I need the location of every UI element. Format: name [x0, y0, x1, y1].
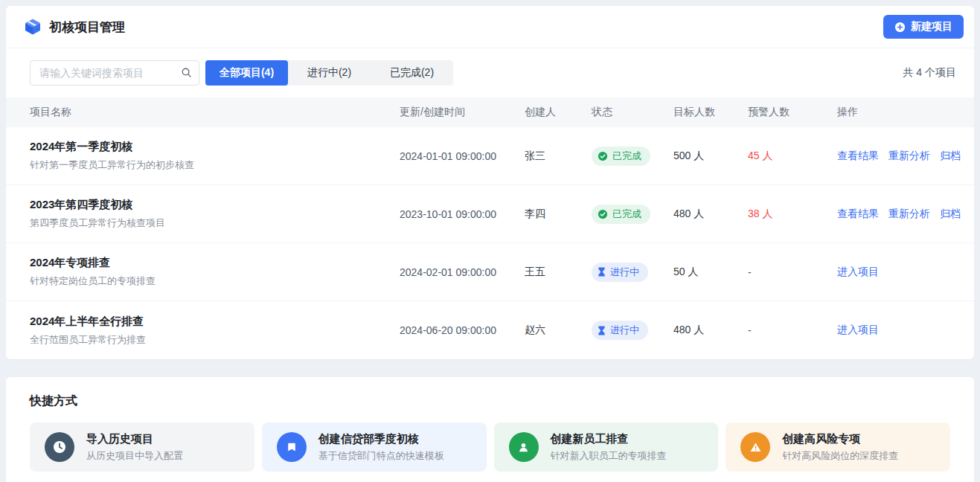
- check-circle-icon: [598, 209, 608, 219]
- search-box: [30, 60, 199, 86]
- shortcuts-title: 快捷方式: [30, 393, 950, 409]
- target-count: 480 人: [673, 208, 748, 221]
- shortcut-create-credit-quarterly[interactable]: 创建信贷部季度初核 基于信贷部门特点的快速模板: [262, 422, 487, 472]
- filter-tabs: 全部项目(4) 进行中(2) 已完成(2): [205, 60, 453, 86]
- shortcut-create-high-risk-special[interactable]: 创建高风险专项 针对高风险岗位的深度排查: [726, 422, 950, 472]
- col-creator: 创建人: [525, 106, 592, 119]
- toolbar: 全部项目(4) 进行中(2) 已完成(2) 共 4 个项目: [6, 48, 974, 97]
- header-left: 初核项目管理: [24, 18, 125, 36]
- project-desc: 全行范围员工异常行为排查: [30, 333, 400, 347]
- status-label: 进行中: [610, 324, 639, 337]
- total-count: 共 4 个项目: [903, 66, 956, 80]
- check-circle-icon: [598, 151, 608, 161]
- status-badge: 已完成: [592, 205, 650, 224]
- project-time: 2024-06-20 09:00:00: [400, 324, 525, 336]
- project-management-panel: 初核项目管理 新建项目: [6, 6, 974, 359]
- status-label: 进行中: [610, 266, 639, 279]
- project-desc: 针对第一季度员工异常行为的初步核查: [30, 158, 400, 172]
- col-warning: 预警人数: [748, 106, 837, 119]
- target-count: 480 人: [673, 324, 748, 337]
- cube-icon: [24, 18, 42, 36]
- shortcuts-panel: 快捷方式 导入历史项目 从历史项目中导入配置 创建信贷部季度初核: [6, 377, 974, 482]
- shortcut-desc: 基于信贷部门特点的快速模板: [318, 449, 444, 463]
- action-archive[interactable]: 归档: [940, 150, 961, 163]
- shortcut-grid: 导入历史项目 从历史项目中导入配置 创建信贷部季度初核 基于信贷部门特点的快速模…: [30, 422, 950, 472]
- table-row: 2024年上半年全行排查 全行范围员工异常行为排查 2024-06-20 09:…: [6, 301, 974, 359]
- col-actions: 操作: [837, 106, 958, 119]
- shortcut-title: 导入历史项目: [86, 432, 183, 446]
- action-view-results[interactable]: 查看结果: [837, 150, 879, 163]
- shortcut-desc: 针对高风险岗位的深度排查: [782, 449, 898, 463]
- project-name: 2024年第一季度初核: [30, 140, 400, 154]
- shortcut-title: 创建高风险专项: [782, 432, 898, 446]
- warning-count: -: [748, 266, 837, 278]
- new-project-button[interactable]: 新建项目: [883, 15, 964, 39]
- search-icon[interactable]: [181, 67, 192, 80]
- hourglass-icon: [598, 267, 606, 277]
- person-icon: [509, 432, 539, 462]
- clock-icon: [45, 432, 74, 462]
- project-table: 项目名称 更新/创建时间 创建人 状态 目标人数 预警人数 操作 2024年第一…: [6, 97, 974, 359]
- project-creator: 王五: [525, 266, 592, 279]
- project-name: 2023年第四季度初核: [30, 198, 400, 212]
- search-input[interactable]: [30, 60, 199, 86]
- project-desc: 针对特定岗位员工的专项排查: [30, 274, 400, 288]
- shortcut-desc: 针对新入职员工的专项排查: [551, 449, 667, 463]
- project-time: 2023-10-01 09:00:00: [400, 208, 525, 220]
- project-name: 2024年上半年全行排查: [30, 315, 400, 329]
- action-enter-project[interactable]: 进入项目: [837, 266, 879, 279]
- shortcut-create-new-employee-check[interactable]: 创建新员工排查 针对新入职员工的专项排查: [494, 422, 719, 472]
- project-name: 2024年专项排查: [30, 256, 400, 270]
- col-status: 状态: [592, 106, 673, 119]
- col-time: 更新/创建时间: [400, 106, 525, 119]
- action-reanalyze[interactable]: 重新分析: [888, 208, 930, 221]
- table-row: 2023年第四季度初核 第四季度员工异常行为核查项目 2023-10-01 09…: [6, 185, 974, 243]
- action-reanalyze[interactable]: 重新分析: [888, 150, 930, 163]
- hourglass-icon: [598, 326, 606, 335]
- bookmark-icon: [277, 432, 307, 462]
- plus-circle-icon: [894, 22, 906, 33]
- table-header: 项目名称 更新/创建时间 创建人 状态 目标人数 预警人数 操作: [6, 97, 974, 127]
- target-count: 500 人: [673, 150, 748, 163]
- page-title: 初核项目管理: [49, 19, 125, 36]
- status-label: 已完成: [612, 208, 641, 221]
- project-desc: 第四季度员工异常行为核查项目: [30, 216, 400, 230]
- table-row: 2024年第一季度初核 针对第一季度员工异常行为的初步核查 2024-01-01…: [6, 127, 974, 185]
- status-badge: 进行中: [592, 321, 648, 340]
- shortcut-title: 创建信贷部季度初核: [318, 432, 444, 446]
- tab-in-progress[interactable]: 进行中(2): [288, 60, 371, 86]
- warning-count: 38 人: [748, 208, 837, 221]
- col-target: 目标人数: [673, 106, 748, 119]
- project-creator: 赵六: [525, 324, 592, 337]
- warning-count: -: [748, 324, 837, 336]
- status-label: 已完成: [612, 150, 641, 163]
- tab-all-projects[interactable]: 全部项目(4): [205, 60, 288, 86]
- panel-header: 初核项目管理 新建项目: [6, 6, 974, 48]
- new-project-label: 新建项目: [911, 20, 952, 33]
- col-project-name: 项目名称: [30, 106, 400, 119]
- shortcut-desc: 从历史项目中导入配置: [86, 449, 183, 463]
- project-creator: 李四: [525, 208, 592, 221]
- tab-completed[interactable]: 已完成(2): [371, 60, 453, 86]
- target-count: 50 人: [673, 266, 748, 279]
- action-archive[interactable]: 归档: [940, 208, 961, 221]
- project-creator: 张三: [525, 150, 592, 163]
- project-time: 2024-02-01 09:00:00: [400, 266, 525, 278]
- action-enter-project[interactable]: 进入项目: [837, 324, 879, 337]
- status-badge: 进行中: [592, 263, 648, 282]
- warning-count: 45 人: [748, 150, 837, 163]
- shortcut-title: 创建新员工排查: [551, 432, 667, 446]
- project-time: 2024-01-01 09:00:00: [400, 150, 525, 162]
- status-badge: 已完成: [592, 147, 650, 166]
- table-row: 2024年专项排查 针对特定岗位员工的专项排查 2024-02-01 09:00…: [6, 243, 974, 301]
- warning-icon: [740, 432, 770, 462]
- action-view-results[interactable]: 查看结果: [837, 208, 879, 221]
- shortcut-import-history[interactable]: 导入历史项目 从历史项目中导入配置: [30, 422, 254, 472]
